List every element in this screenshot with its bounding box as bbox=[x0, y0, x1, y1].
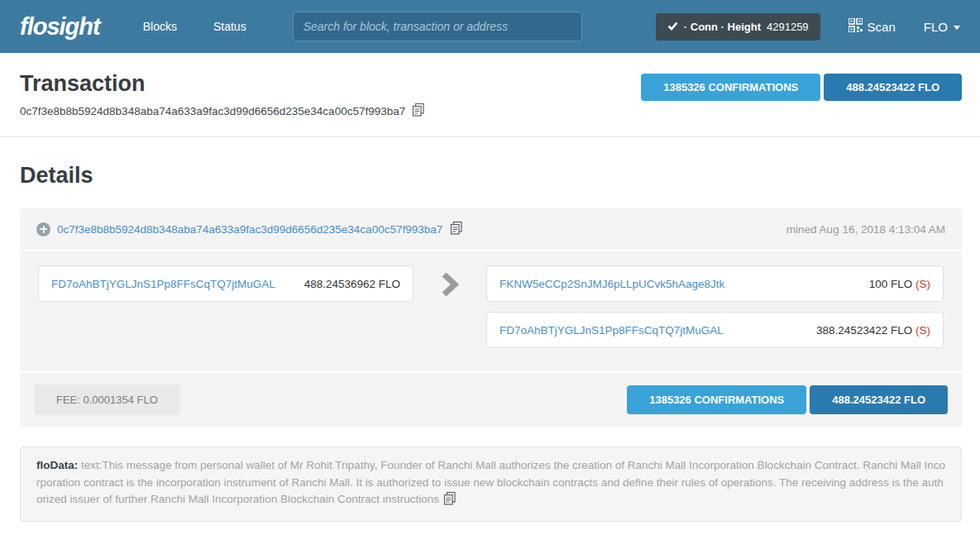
flodata-text: text:This message from personal wallet o… bbox=[36, 459, 945, 505]
check-icon bbox=[667, 21, 678, 33]
nav-item-status[interactable]: Status bbox=[213, 20, 246, 33]
scan-button[interactable]: Scan bbox=[849, 18, 896, 35]
input-row: FD7oAhBTjYGLJnS1Pp8FFsCqTQ7jtMuGAL 488.2… bbox=[38, 265, 414, 302]
details-heading: Details bbox=[20, 163, 962, 189]
top-navbar: flosight Blocks Status · Conn · Height 4… bbox=[0, 0, 980, 53]
inputs-column: FD7oAhBTjYGLJnS1Pp8FFsCqTQ7jtMuGAL 488.2… bbox=[38, 265, 414, 358]
confirmations-button[interactable]: 1385326 CONFIRMATIONS bbox=[627, 385, 806, 414]
output-row: FKNW5eCCp2SnJMJ6pLLpUCvk5hAage8Jtk 100 F… bbox=[486, 265, 944, 302]
output-row: FD7oAhBTjYGLJnS1Pp8FFsCqTQ7jtMuGAL 388.2… bbox=[486, 312, 944, 348]
input-amount: 488.24536962 FLO bbox=[304, 278, 400, 290]
panel-hash-group: 0c7f3e8b8b5924d8b348aba74a633a9fac3d99d6… bbox=[36, 221, 463, 237]
copy-icon[interactable] bbox=[449, 221, 463, 237]
spent-marker[interactable]: (S) bbox=[915, 324, 930, 337]
topbar-right: · Conn · Height 4291259 Scan FL bbox=[656, 13, 960, 41]
transaction-summary: Transaction 0c7f3e8b8b5924d8b348aba74a63… bbox=[0, 53, 980, 137]
transaction-hash-link[interactable]: 0c7f3e8b8b5924d8b348aba74a633a9fac3d99d6… bbox=[57, 223, 442, 236]
currency-dropdown[interactable]: FLO bbox=[924, 20, 960, 34]
transaction-hash: 0c7f3e8b8b5924d8b348aba74a633a9fac3d99d6… bbox=[20, 105, 405, 117]
scan-label: Scan bbox=[868, 20, 896, 34]
footer-buttons: 1385326 CONFIRMATIONS 488.24523422 FLO bbox=[627, 385, 948, 414]
output-amount: 100 FLO (S) bbox=[869, 278, 930, 290]
nav-item-blocks[interactable]: Blocks bbox=[143, 20, 177, 33]
fee-badge: FEE: 0.0001354 FLO bbox=[34, 385, 180, 415]
search-container bbox=[293, 12, 582, 41]
qr-icon bbox=[849, 18, 863, 35]
flodata-panel: floData: text:This message from personal… bbox=[20, 447, 962, 522]
mined-timestamp: mined Aug 16, 2018 4:13:04 AM bbox=[786, 223, 945, 236]
arrow-right-icon bbox=[441, 272, 459, 300]
copy-icon[interactable] bbox=[411, 103, 425, 119]
io-arrow-column bbox=[414, 265, 486, 358]
confirmations-button[interactable]: 1385326 CONFIRMATIONS bbox=[641, 74, 820, 101]
transaction-panel-footer: FEE: 0.0001354 FLO 1385326 CONFIRMATIONS… bbox=[20, 371, 962, 427]
amount-button[interactable]: 488.24523422 FLO bbox=[824, 74, 962, 101]
conn-height-label: · Conn · Height bbox=[684, 21, 761, 33]
search-input[interactable] bbox=[293, 12, 582, 41]
summary-buttons: 1385326 CONFIRMATIONS 488.24523422 FLO bbox=[641, 74, 962, 101]
output-address-link[interactable]: FKNW5eCCp2SnJMJ6pLLpUCvk5hAage8Jtk bbox=[500, 278, 724, 290]
flodata-label: floData: bbox=[36, 459, 78, 471]
main-content: Details 0c7f3e8b8b5924d8b348aba74a633a9f… bbox=[0, 163, 980, 522]
spent-marker[interactable]: (S) bbox=[915, 278, 930, 290]
transaction-hash-row: 0c7f3e8b8b5924d8b348aba74a633a9fac3d99d6… bbox=[20, 103, 425, 119]
copy-icon[interactable] bbox=[442, 491, 457, 511]
outputs-column: FKNW5eCCp2SnJMJ6pLLpUCvk5hAage8Jtk 100 F… bbox=[486, 265, 944, 358]
connection-status-badge[interactable]: · Conn · Height 4291259 bbox=[656, 13, 820, 41]
transaction-panel-header: 0c7f3e8b8b5924d8b348aba74a633a9fac3d99d6… bbox=[20, 208, 962, 251]
transaction-panel: 0c7f3e8b8b5924d8b348aba74a633a9fac3d99d6… bbox=[20, 208, 962, 427]
expand-plus-icon[interactable] bbox=[36, 222, 50, 236]
block-height-value: 4291259 bbox=[767, 21, 809, 33]
amount-button[interactable]: 488.24523422 FLO bbox=[810, 385, 948, 414]
output-amount: 388.24523422 FLO (S) bbox=[816, 324, 930, 337]
summary-left: Transaction 0c7f3e8b8b5924d8b348aba74a63… bbox=[20, 71, 425, 119]
caret-down-icon bbox=[954, 26, 960, 30]
input-address-link[interactable]: FD7oAhBTjYGLJnS1Pp8FFsCqTQ7jtMuGAL bbox=[51, 278, 275, 290]
transaction-io: FD7oAhBTjYGLJnS1Pp8FFsCqTQ7jtMuGAL 488.2… bbox=[20, 251, 962, 371]
output-address-link[interactable]: FD7oAhBTjYGLJnS1Pp8FFsCqTQ7jtMuGAL bbox=[500, 324, 724, 337]
brand-logo[interactable]: flosight bbox=[20, 13, 100, 41]
page-title: Transaction bbox=[20, 71, 425, 97]
currency-label: FLO bbox=[924, 20, 948, 34]
